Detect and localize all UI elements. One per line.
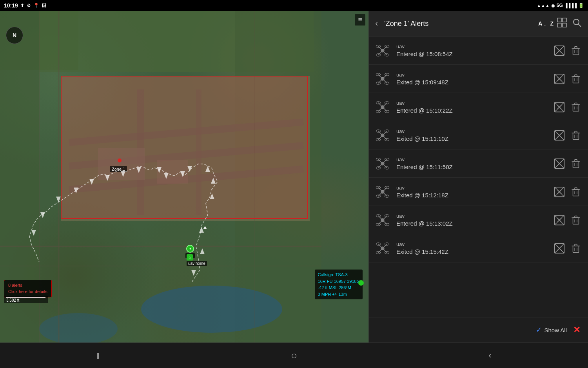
panel-footer: ✓ Show All ✕ <box>369 317 588 342</box>
info-line4: 0 MPH +/- 13m <box>318 291 359 298</box>
search-button[interactable] <box>571 16 583 31</box>
alert-info: uav Entered @ 15:10:22Z <box>396 100 547 114</box>
search-icon <box>572 18 582 27</box>
svg-rect-43 <box>563 23 566 27</box>
location-icon: 📍 <box>33 3 39 8</box>
drone-icon <box>374 42 391 59</box>
alert-entity: uav <box>396 213 547 219</box>
map-background <box>0 11 368 342</box>
alert-item[interactable]: uav Entered @ 15:13:02Z <box>369 206 588 234</box>
svg-point-54 <box>385 53 389 56</box>
recent-apps-button[interactable]: ⫿ <box>82 348 114 363</box>
back-button[interactable]: ‹ <box>374 18 379 29</box>
expand-alert-button[interactable] <box>553 242 566 255</box>
upload-icon: ⬆ <box>20 3 24 8</box>
alert-badge[interactable]: 8 alerts Click here for details <box>4 280 52 297</box>
svg-rect-177 <box>573 189 579 196</box>
expand-alert-button[interactable] <box>553 213 566 227</box>
trash-icon <box>571 102 581 112</box>
svg-point-143 <box>376 158 380 160</box>
sort-button[interactable]: A ↓ Z <box>538 20 554 27</box>
alert-actions <box>553 213 583 227</box>
svg-rect-200 <box>573 218 579 224</box>
delete-alert-button[interactable] <box>569 129 583 142</box>
expand-alert-button[interactable] <box>553 157 566 170</box>
svg-rect-41 <box>563 18 566 22</box>
alert-item[interactable]: uav Exited @ 15:15:42Z <box>369 234 588 262</box>
status-bar: 10:19 ⬆ ⚙ 📍 🖼 ▲▲▲ ◉ 5G ▐▐▐▐ 🔋 <box>0 0 588 11</box>
alert-event: Entered @ 15:10:22Z <box>396 107 547 114</box>
map-area[interactable]: Zone 1 <box>0 11 368 342</box>
svg-point-76 <box>376 82 380 84</box>
alert-event: Entered @ 15:13:02Z <box>396 220 547 227</box>
svg-rect-12 <box>157 160 188 184</box>
svg-point-144 <box>385 158 389 160</box>
sort-arrow-icon: ↓ <box>543 20 549 27</box>
info-line2: 16R FU 16957 3918S <box>318 278 359 285</box>
grid-view-button[interactable] <box>557 17 568 30</box>
drone-icon <box>374 99 391 115</box>
alert-item[interactable]: uav Exited @ 15:09:48Z <box>369 65 588 93</box>
trash-icon <box>571 215 581 225</box>
svg-point-120 <box>376 129 380 132</box>
map-menu-button[interactable]: ≡ <box>355 14 365 26</box>
alert-entity: uav <box>396 100 547 106</box>
back-nav-button[interactable]: ‹ <box>474 348 506 363</box>
svg-point-121 <box>385 129 389 132</box>
alert-actions <box>553 129 583 142</box>
svg-point-146 <box>385 166 389 169</box>
svg-point-168 <box>376 195 380 197</box>
expand-alert-button[interactable] <box>553 129 566 142</box>
svg-rect-10 <box>196 89 201 215</box>
delete-alert-button[interactable] <box>569 44 583 57</box>
bottom-nav: ⫿ ○ ‹ <box>0 342 588 368</box>
svg-point-169 <box>385 195 389 197</box>
scale-label: 3,502 ft <box>6 298 19 302</box>
alert-info: uav Entered @ 15:13:02Z <box>396 213 547 227</box>
alert-actions <box>553 44 583 57</box>
expand-alert-button[interactable] <box>553 44 566 57</box>
show-all-toggle[interactable]: ✓ Show All <box>536 326 567 334</box>
alert-item[interactable]: uav Exited @ 15:11:10Z <box>369 121 588 149</box>
sort-z-label: Z <box>550 20 554 27</box>
alert-info: uav Exited @ 15:15:42Z <box>396 241 547 255</box>
svg-point-53 <box>376 53 380 56</box>
alert-count-label: 8 alerts <box>8 282 47 288</box>
svg-point-13 <box>141 286 282 333</box>
alert-info: uav Entered @ 15:08:54Z <box>396 44 547 57</box>
home-button[interactable]: ○ <box>278 348 310 363</box>
svg-point-145 <box>376 166 380 169</box>
delete-alert-button[interactable] <box>569 72 583 86</box>
back-nav-icon: ‹ <box>488 350 491 361</box>
alert-item[interactable]: uav Entered @ 15:10:22Z <box>369 93 588 121</box>
alert-item[interactable]: uav Entered @ 15:11:50Z <box>369 149 588 178</box>
svg-rect-42 <box>557 23 561 27</box>
expand-alert-button[interactable] <box>553 100 566 114</box>
svg-line-45 <box>578 24 581 27</box>
expand-alert-button[interactable] <box>553 185 566 199</box>
close-panel-button[interactable]: ✕ <box>572 325 582 335</box>
alert-event: Exited @ 15:11:10Z <box>396 135 547 142</box>
gps-icon: ◉ <box>551 3 555 8</box>
delete-alert-button[interactable] <box>569 242 583 255</box>
svg-point-214 <box>376 251 380 253</box>
expand-icon <box>554 215 565 226</box>
alert-entity: uav <box>396 44 547 49</box>
delete-alert-button[interactable] <box>569 213 583 227</box>
alert-info: uav Entered @ 15:11:50Z <box>396 157 547 170</box>
signal-bars-icon: ▐▐▐▐ <box>564 3 577 8</box>
alert-item[interactable]: uav Entered @ 15:08:54Z <box>369 36 588 65</box>
alert-event: Exited @ 15:15:42Z <box>396 248 547 255</box>
svg-point-75 <box>385 73 389 75</box>
alert-actions <box>553 242 583 255</box>
delete-alert-button[interactable] <box>569 100 583 114</box>
delete-alert-button[interactable] <box>569 157 583 170</box>
time-display: 10:19 <box>4 2 18 9</box>
alert-item[interactable]: uav Exited @ 15:12:18Z <box>369 178 588 206</box>
drone-icon <box>374 127 391 144</box>
delete-alert-button[interactable] <box>569 185 583 199</box>
svg-point-189 <box>376 214 380 217</box>
recent-apps-icon: ⫿ <box>96 350 100 361</box>
expand-alert-button[interactable] <box>553 72 566 86</box>
alert-list[interactable]: uav Entered @ 15:08:54Z <box>369 36 588 317</box>
